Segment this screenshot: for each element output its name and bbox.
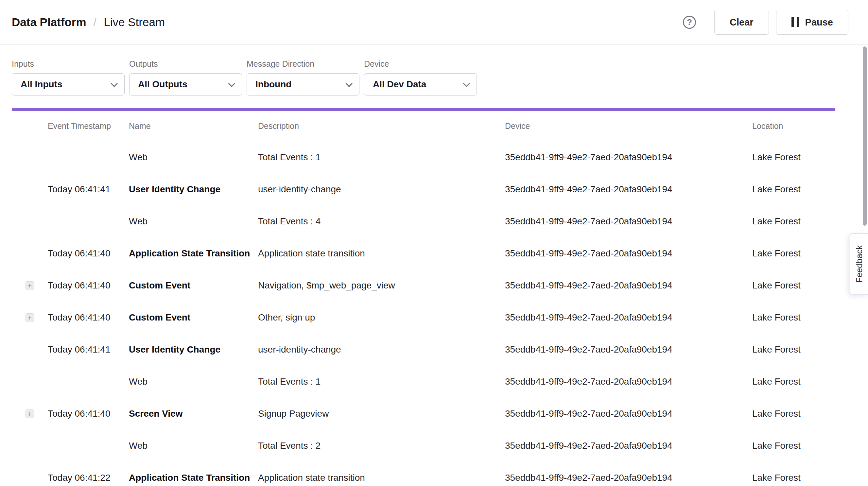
- event-name-cell: User Identity Change: [129, 344, 258, 355]
- event-name-cell: Custom Event: [129, 312, 258, 323]
- breadcrumb-section[interactable]: Data Platform: [12, 16, 86, 29]
- scrollbar-thumb[interactable]: [863, 47, 867, 226]
- event-name-cell: Custom Event: [129, 280, 258, 291]
- event-device-cell: 35eddb41-9ff9-49e2-7aed-20afa90eb194: [505, 312, 752, 323]
- event-description-cell: Other, sign up: [258, 312, 505, 323]
- chevron-down-icon: [111, 80, 118, 87]
- event-description-cell: Navigation, $mp_web_page_view: [258, 280, 505, 291]
- chevron-down-icon: [463, 80, 470, 87]
- event-description-cell: Total Events : 1: [258, 376, 505, 387]
- filter-bar: Inputs All Inputs Outputs All Outputs Me…: [0, 45, 868, 95]
- table-header: Event Timestamp Name Description Device …: [12, 111, 835, 141]
- event-location-cell: Lake Forest: [752, 408, 835, 419]
- event-device-cell: 35eddb41-9ff9-49e2-7aed-20afa90eb194: [505, 473, 752, 483]
- event-device-cell: 35eddb41-9ff9-49e2-7aed-20afa90eb194: [505, 280, 752, 291]
- event-device-cell: 35eddb41-9ff9-49e2-7aed-20afa90eb194: [505, 152, 752, 162]
- table-row[interactable]: WebTotal Events : 435eddb41-9ff9-49e2-7a…: [12, 205, 835, 238]
- breadcrumb-separator: /: [94, 16, 97, 29]
- event-description-cell: Application state transition: [258, 248, 505, 259]
- table-row[interactable]: Today 06:41:22Application State Transiti…: [12, 462, 835, 486]
- event-timestamp-cell: Today 06:41:40: [48, 280, 129, 291]
- event-name-cell: Web: [129, 152, 258, 162]
- message-direction-filter-label: Message Direction: [247, 59, 360, 69]
- device-filter-select[interactable]: All Dev Data: [364, 73, 477, 95]
- expand-cell: +: [12, 409, 48, 418]
- clear-button[interactable]: Clear: [714, 10, 769, 35]
- device-filter-value: All Dev Data: [373, 79, 426, 90]
- event-name-cell: Web: [129, 376, 258, 387]
- table-row[interactable]: Today 06:41:41User Identity Changeuser-i…: [12, 334, 835, 366]
- expand-icon[interactable]: +: [26, 409, 34, 418]
- event-device-cell: 35eddb41-9ff9-49e2-7aed-20afa90eb194: [505, 248, 752, 259]
- table-row[interactable]: WebTotal Events : 135eddb41-9ff9-49e2-7a…: [12, 366, 835, 398]
- event-description-cell: Total Events : 4: [258, 216, 505, 226]
- event-location-cell: Lake Forest: [752, 441, 835, 451]
- expand-icon[interactable]: +: [26, 281, 34, 290]
- event-name-cell: User Identity Change: [129, 184, 258, 194]
- event-name-cell: Web: [129, 441, 258, 451]
- column-header-device: Device: [505, 121, 752, 131]
- table-row[interactable]: WebTotal Events : 235eddb41-9ff9-49e2-7a…: [12, 430, 835, 462]
- event-timestamp-cell: Today 06:41:41: [48, 344, 129, 355]
- expand-cell: +: [12, 313, 48, 322]
- event-timestamp-cell: Today 06:41:40: [48, 248, 129, 259]
- event-timestamp-cell: Today 06:41:22: [48, 473, 129, 483]
- stream-progress-bar: [12, 108, 835, 111]
- event-location-cell: Lake Forest: [752, 184, 835, 194]
- pause-button[interactable]: Pause: [776, 10, 848, 35]
- event-description-cell: Application state transition: [258, 473, 505, 483]
- device-filter-label: Device: [364, 59, 477, 69]
- page-title: Live Stream: [104, 16, 165, 29]
- event-location-cell: Lake Forest: [752, 344, 835, 355]
- inputs-filter-label: Inputs: [12, 59, 125, 69]
- event-description-cell: Total Events : 2: [258, 441, 505, 451]
- event-description-cell: Total Events : 1: [258, 152, 505, 162]
- pause-button-label: Pause: [805, 17, 833, 28]
- breadcrumb: Data Platform / Live Stream: [12, 16, 165, 29]
- inputs-filter-value: All Inputs: [21, 79, 62, 90]
- column-header-location: Location: [752, 121, 835, 131]
- feedback-tab-label: Feedback: [854, 245, 864, 282]
- event-location-cell: Lake Forest: [752, 152, 835, 162]
- table-row[interactable]: +Today 06:41:40Custom EventOther, sign u…: [12, 302, 835, 334]
- event-description-cell: Signup Pageview: [258, 408, 505, 419]
- feedback-tab[interactable]: Feedback: [850, 233, 868, 295]
- event-location-cell: Lake Forest: [752, 216, 835, 226]
- column-header-description: Description: [258, 121, 505, 131]
- top-bar: Data Platform / Live Stream ? Clear Paus…: [0, 0, 868, 45]
- pause-icon: [792, 17, 799, 27]
- event-description-cell: user-identity-change: [258, 344, 505, 355]
- table-row[interactable]: WebTotal Events : 135eddb41-9ff9-49e2-7a…: [12, 141, 835, 173]
- help-icon[interactable]: ?: [683, 16, 696, 29]
- event-location-cell: Lake Forest: [752, 248, 835, 259]
- event-device-cell: 35eddb41-9ff9-49e2-7aed-20afa90eb194: [505, 408, 752, 419]
- event-timestamp-cell: Today 06:41:40: [48, 312, 129, 323]
- table-row[interactable]: +Today 06:41:40Screen ViewSignup Pagevie…: [12, 398, 835, 430]
- table-row[interactable]: Today 06:41:40Application State Transiti…: [12, 238, 835, 270]
- expand-cell: +: [12, 281, 48, 290]
- event-location-cell: Lake Forest: [752, 312, 835, 323]
- event-location-cell: Lake Forest: [752, 376, 835, 387]
- message-direction-filter-select[interactable]: Inbound: [247, 73, 360, 95]
- chevron-down-icon: [228, 80, 235, 87]
- event-table: Event Timestamp Name Description Device …: [12, 111, 835, 486]
- table-row[interactable]: +Today 06:41:40Custom EventNavigation, $…: [12, 270, 835, 302]
- event-name-cell: Application State Transition: [129, 473, 258, 483]
- table-row[interactable]: Today 06:41:41User Identity Changeuser-i…: [12, 173, 835, 205]
- event-device-cell: 35eddb41-9ff9-49e2-7aed-20afa90eb194: [505, 184, 752, 194]
- event-device-cell: 35eddb41-9ff9-49e2-7aed-20afa90eb194: [505, 441, 752, 451]
- event-name-cell: Web: [129, 216, 258, 226]
- event-device-cell: 35eddb41-9ff9-49e2-7aed-20afa90eb194: [505, 344, 752, 355]
- message-direction-filter-value: Inbound: [255, 79, 291, 90]
- chevron-down-icon: [346, 80, 352, 87]
- outputs-filter-select[interactable]: All Outputs: [129, 73, 242, 95]
- inputs-filter-select[interactable]: All Inputs: [12, 73, 125, 95]
- outputs-filter-label: Outputs: [129, 59, 242, 69]
- column-header-name: Name: [129, 121, 258, 131]
- event-timestamp-cell: Today 06:41:40: [48, 408, 129, 419]
- table-body: WebTotal Events : 135eddb41-9ff9-49e2-7a…: [12, 141, 835, 486]
- event-location-cell: Lake Forest: [752, 473, 835, 483]
- column-header-event-timestamp: Event Timestamp: [48, 121, 129, 131]
- event-name-cell: Screen View: [129, 408, 258, 419]
- expand-icon[interactable]: +: [26, 313, 34, 322]
